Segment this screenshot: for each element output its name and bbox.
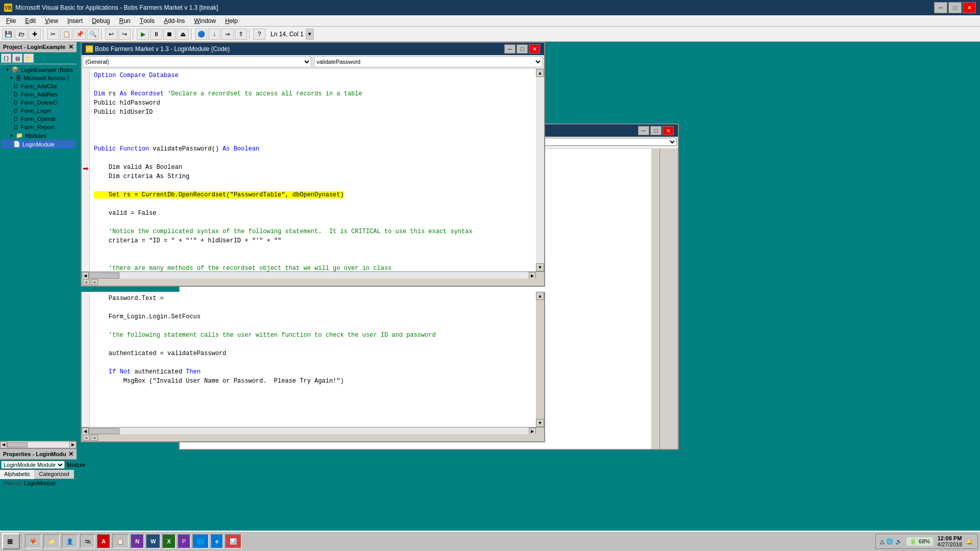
tree-item-form-deletec[interactable]: 🗋 Form_DeleteC xyxy=(1,98,76,107)
cw-minimize[interactable]: ─ xyxy=(504,44,516,54)
tree-toggle-3[interactable]: ▼ xyxy=(9,133,14,138)
scroll-track[interactable] xyxy=(7,442,69,447)
bottom-hscroll-track[interactable] xyxy=(89,428,529,434)
menu-view[interactable]: View xyxy=(41,16,62,26)
taskbar-app-onenote[interactable]: N xyxy=(131,534,144,548)
taskbar-app-firefox[interactable]: 🦊 xyxy=(25,534,41,548)
scroll-left-btn[interactable]: ◀ xyxy=(0,441,7,448)
taskbar-app-user[interactable]: 👤 xyxy=(62,534,78,548)
tree-toggle-1[interactable]: ▼ xyxy=(5,67,10,72)
cw2-vscroll[interactable] xyxy=(651,149,659,449)
menu-debug[interactable]: Debug xyxy=(88,16,114,26)
menu-file[interactable]: File xyxy=(2,16,20,26)
taskbar-app-excel[interactable]: X xyxy=(162,534,175,548)
toolbar-bp-btn[interactable]: 🔵 xyxy=(195,29,207,40)
project-panel-close[interactable]: ✕ xyxy=(68,43,74,51)
scroll-right-btn[interactable]: ▶ xyxy=(69,441,77,448)
tree-item-form-operati[interactable]: 🗋 Form_Operati xyxy=(1,115,76,123)
tree-item-loginsample[interactable]: ▼ 📦 LoginExample (Bobs xyxy=(1,65,76,74)
menu-edit[interactable]: Edit xyxy=(21,16,40,26)
split-left-btn[interactable]: ≡ xyxy=(83,279,90,285)
taskbar-app-store[interactable]: 🛍 xyxy=(80,534,95,548)
bottom-vscroll-track[interactable] xyxy=(536,300,544,419)
vscroll-track[interactable] xyxy=(536,77,544,263)
cw-maximize[interactable]: □ xyxy=(517,44,528,54)
code-text[interactable]: Option Compare Database Dim rs As Record… xyxy=(90,69,536,271)
vscroll-down[interactable]: ▼ xyxy=(536,263,544,271)
taskbar-app-edge[interactable]: e xyxy=(211,534,223,548)
general-select[interactable]: (General) xyxy=(83,56,311,67)
code-dropdown-general[interactable]: (General) xyxy=(82,55,313,68)
taskbar-app-word[interactable]: W xyxy=(146,534,160,548)
code-vscroll[interactable]: ▲ ▼ xyxy=(536,69,544,271)
hscroll-left[interactable]: ◀ xyxy=(82,272,89,279)
taskbar-app-access[interactable]: A xyxy=(97,534,110,548)
notification-bell[interactable]: 🔔 xyxy=(966,538,973,545)
code-hscroll[interactable]: ◀ ▶ xyxy=(82,271,544,279)
hscroll-right[interactable]: ▶ xyxy=(529,272,536,279)
proj-view-code-btn[interactable]: { } xyxy=(1,54,11,63)
bottom-split-left-btn[interactable]: ≡ xyxy=(83,435,90,441)
tree-item-msaccess[interactable]: ▼ 🗄 Microsoft Access ( xyxy=(1,74,76,82)
tree-toggle-2[interactable]: ▼ xyxy=(9,76,14,81)
toolbar-pause-btn[interactable]: ⏸ xyxy=(150,29,162,40)
bottom-code-text[interactable]: Password.Text = Form_Login.Login.SetFocu… xyxy=(90,292,536,427)
properties-object-dropdown[interactable]: LoginModule Module Module xyxy=(1,461,76,469)
toolbar-run-btn[interactable]: ▶ xyxy=(137,29,149,40)
tree-item-form-addclie[interactable]: 🗋 Form_AddClie xyxy=(1,82,76,90)
tree-item-modules[interactable]: ▼ 📁 Modules xyxy=(1,131,76,140)
minimize-button[interactable]: ─ xyxy=(934,2,947,13)
taskbar-app-tasks[interactable]: 📋 xyxy=(112,534,129,548)
properties-panel-close[interactable]: ✕ xyxy=(68,450,74,458)
bottom-vscroll-down[interactable]: ▼ xyxy=(536,419,544,427)
bottom-hscroll-left[interactable]: ◀ xyxy=(82,428,89,435)
code-dropdown-procedure[interactable]: validatePassword xyxy=(313,55,544,68)
tab-categorized[interactable]: Categorized xyxy=(35,470,74,479)
toolbar-undo2-btn[interactable]: ↩ xyxy=(105,29,117,40)
menu-run[interactable]: Run xyxy=(115,16,135,26)
bottom-vscroll[interactable]: ▲ ▼ xyxy=(536,292,544,427)
toolbar-find-btn[interactable]: 🔍 xyxy=(87,29,99,40)
toolbar-redo-btn[interactable]: ↪ xyxy=(118,29,131,40)
cw-close[interactable]: ✕ xyxy=(529,44,540,54)
bottom-split-right-btn[interactable]: ≡ xyxy=(91,435,98,441)
maximize-button[interactable]: □ xyxy=(948,2,962,13)
menu-tools[interactable]: Tools xyxy=(136,16,159,26)
split-right-btn[interactable]: ≡ xyxy=(91,279,98,285)
bottom-vscroll-up[interactable]: ▲ xyxy=(536,292,544,300)
tree-item-form-addres[interactable]: 🗋 Form_AddRes xyxy=(1,90,76,98)
cw2-close[interactable]: ✕ xyxy=(663,126,674,135)
toolbar-dropdown-arrow[interactable]: ▼ xyxy=(306,29,314,40)
close-button[interactable]: ✕ xyxy=(963,2,976,13)
proj-view-form-btn[interactable]: ▤ xyxy=(12,54,22,63)
taskbar-app-ppt[interactable]: 📊 xyxy=(225,534,241,548)
vscroll-up[interactable]: ▲ xyxy=(536,69,544,77)
taskbar-app-files[interactable]: 📁 xyxy=(43,534,60,548)
toolbar-paste-btn[interactable]: 📌 xyxy=(74,29,86,40)
start-button[interactable]: ⊞ xyxy=(2,533,20,549)
toolbar-add-btn[interactable]: ✚ xyxy=(29,29,41,40)
bottom-hscroll[interactable]: ◀ ▶ xyxy=(82,427,544,434)
proj-toggle-folders-btn[interactable]: 📁 xyxy=(23,54,34,63)
menu-window[interactable]: Window xyxy=(190,16,220,26)
toolbar-save-btn[interactable]: 💾 xyxy=(2,29,14,40)
menu-addins[interactable]: Add-Ins xyxy=(160,16,189,26)
toolbar-reset-btn[interactable]: ⏏ xyxy=(177,29,189,40)
toolbar-over-btn[interactable]: ⇒ xyxy=(222,29,234,40)
tree-item-form-login[interactable]: 🗋 Form_Login xyxy=(1,107,76,115)
tree-item-form-report[interactable]: 🗋 Form_Report xyxy=(1,123,76,131)
procedure-select[interactable]: validatePassword xyxy=(314,56,543,67)
toolbar-cut-btn[interactable]: ✂ xyxy=(47,29,59,40)
cw2-minimize[interactable]: ─ xyxy=(638,126,649,135)
tab-alphabetic[interactable]: Alphabetic xyxy=(0,470,35,479)
properties-object-select[interactable]: LoginModule Module xyxy=(1,461,65,469)
tree-item-loginmodule[interactable]: 📄 LoginModule xyxy=(1,140,76,148)
toolbar-copy-btn[interactable]: 📋 xyxy=(60,29,72,40)
toolbar-undo-btn[interactable]: 🗁 xyxy=(15,29,28,40)
menu-insert[interactable]: Insert xyxy=(63,16,87,26)
toolbar-stop-btn[interactable]: ⏹ xyxy=(163,29,176,40)
hscroll-track[interactable] xyxy=(89,272,529,279)
bottom-hscroll-right[interactable]: ▶ xyxy=(529,428,536,435)
menu-help[interactable]: Help xyxy=(221,16,242,26)
toolbar-step-btn[interactable]: ↓ xyxy=(208,29,220,40)
